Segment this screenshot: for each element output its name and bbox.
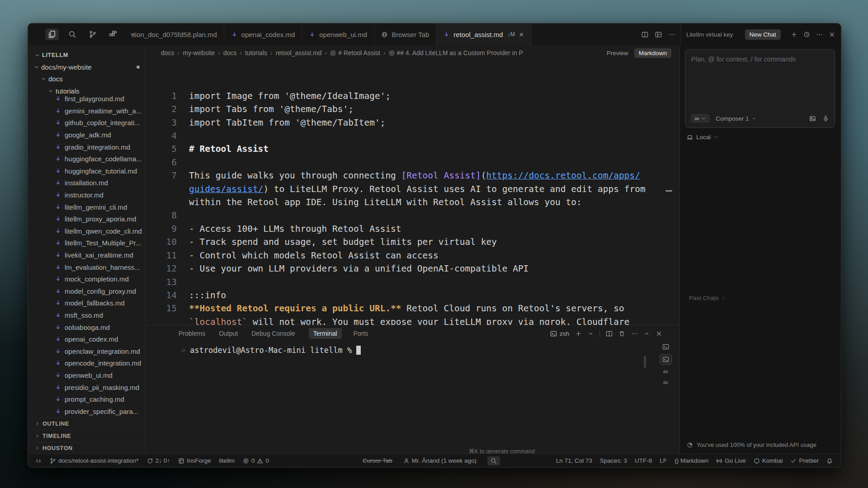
status-prettier[interactable]: Prettier: [790, 457, 819, 464]
tree-file[interactable]: huggingface_codellama...: [28, 153, 145, 165]
status-insforge[interactable]: InsForge: [178, 457, 211, 464]
chat-input-box[interactable]: Plan, @ for context, / for commands ∞ Co…: [685, 49, 835, 128]
activity-extensions[interactable]: [106, 28, 120, 40]
close-icon[interactable]: [656, 330, 662, 337]
editor-tab[interactable]: openweb_ui.md: [302, 23, 374, 45]
sidebar-section-houston[interactable]: HOUSTON: [28, 442, 145, 454]
tree-file[interactable]: model_config_proxy.md: [28, 285, 145, 297]
tree-folder-docs-my-website[interactable]: docs/my-website: [28, 61, 145, 73]
activity-files[interactable]: [45, 28, 59, 40]
terminal-instance-infinity[interactable]: ∞: [661, 378, 670, 386]
explorer-section-header[interactable]: LITELLM: [28, 49, 145, 61]
breadcrumb-item[interactable]: # Retool Assist: [330, 49, 380, 56]
status-go-live[interactable]: Go Live: [716, 457, 746, 464]
breadcrumb-item[interactable]: docs: [161, 49, 175, 56]
tree-file[interactable]: lm_evaluation_harness...: [28, 261, 145, 273]
tree-file[interactable]: openweb_ui.md: [28, 369, 145, 381]
editor-tab[interactable]: Browser Tab: [374, 23, 436, 45]
breadcrumb-item[interactable]: ## 4. Add LiteLLM as a Custom Provider i…: [389, 49, 523, 56]
ellipsis-icon[interactable]: [631, 330, 638, 337]
tree-file[interactable]: opencode_integration.md: [28, 357, 145, 370]
activity-search[interactable]: [66, 28, 79, 40]
status-cursor-position[interactable]: Ln 71, Col 73: [556, 457, 592, 464]
chevron-up-icon[interactable]: [644, 331, 650, 337]
past-chats[interactable]: Past Chats: [689, 295, 726, 301]
agent-mode-pill[interactable]: ∞: [691, 114, 710, 123]
tree-folder-docs[interactable]: docs: [28, 73, 145, 85]
tree-file[interactable]: gemini_realtime_with_a...: [28, 105, 145, 117]
status-remote-indicator[interactable]: [35, 458, 42, 464]
panel-tab-debug-console[interactable]: Debug Console: [251, 330, 295, 337]
status-git-branch[interactable]: docs/retool-assist-integration*: [50, 457, 139, 464]
layout-icon[interactable]: [655, 31, 662, 38]
terminal-instance-infinity[interactable]: ∞: [661, 367, 670, 375]
panel-tab-output[interactable]: Output: [219, 330, 238, 337]
tree-file[interactable]: first_playground.md: [28, 93, 145, 105]
tree-file[interactable]: litellm_Test_Multiple_Pr...: [28, 237, 145, 249]
sidebar-section-outline[interactable]: OUTLINE: [28, 418, 145, 430]
close-icon[interactable]: [519, 32, 524, 38]
split-editor-icon[interactable]: [606, 330, 613, 337]
plus-icon[interactable]: [575, 330, 582, 337]
code-editor[interactable]: 1import Image from '@theme/IdealImage';2…: [146, 61, 679, 326]
tree-file[interactable]: livekit_xai_realtime.md: [28, 249, 145, 261]
chat-tab-title[interactable]: Litellm virtual key: [686, 31, 733, 38]
panel-tab-ports[interactable]: Ports: [354, 330, 368, 337]
tree-file[interactable]: mock_completion.md: [28, 273, 145, 285]
chat-more-icon[interactable]: [816, 31, 823, 38]
new-chat-tab[interactable]: New Chat: [745, 29, 781, 40]
status-kombai[interactable]: Kombai: [754, 457, 783, 464]
panel-tab-problems[interactable]: Problems: [179, 330, 205, 337]
terminal-instance[interactable]: [660, 354, 672, 365]
editor-tab[interactable]: retool_assist.md↓M: [436, 23, 532, 45]
tree-file[interactable]: oobabooga.md: [28, 321, 145, 333]
tree-file[interactable]: provider_specific_para...: [28, 405, 145, 418]
terminal-instance[interactable]: [660, 342, 672, 352]
chevron-down-icon[interactable]: [588, 331, 594, 337]
tree-file[interactable]: openai_codex.md: [28, 333, 145, 345]
tree-file[interactable]: model_fallbacks.md: [28, 297, 145, 310]
composer-selector[interactable]: Composer 1: [716, 115, 756, 122]
ellipsis-icon[interactable]: [669, 31, 675, 38]
run-mode-selector[interactable]: Local: [687, 134, 719, 141]
tree-file[interactable]: litellm_qwen_code_cli.md: [28, 225, 145, 237]
status-indentation[interactable]: Spaces: 3: [600, 457, 627, 464]
status-search-toggle[interactable]: [487, 456, 500, 465]
voice-input-icon[interactable]: [822, 115, 829, 122]
tree-file[interactable]: gradio_integration.md: [28, 141, 145, 153]
panel-tab-terminal[interactable]: Terminal: [309, 328, 342, 339]
attach-image-icon[interactable]: [809, 115, 816, 122]
breadcrumb-item[interactable]: docs: [223, 49, 237, 56]
status-problems[interactable]: 00: [243, 457, 269, 464]
chat-history-icon[interactable]: [803, 31, 810, 38]
editor-tab[interactable]: openai_codex.md: [224, 23, 302, 45]
terminal-scrollbar-thumb[interactable]: [644, 356, 646, 368]
status-cursor-tab[interactable]: Cursor Tab: [363, 457, 392, 464]
tree-file[interactable]: prompt_caching.md: [28, 393, 145, 405]
tree-file[interactable]: instructor.md: [28, 189, 145, 201]
preview-toggle[interactable]: Preview: [607, 50, 628, 56]
editor-tab[interactable]: gration_doc_d075fd58.plan.md: [132, 23, 224, 45]
status-eol[interactable]: LF: [660, 457, 667, 464]
tree-file[interactable]: presidio_pii_masking.md: [28, 381, 145, 394]
activity-source-control[interactable]: [86, 28, 99, 40]
tree-file[interactable]: msft_sso.md: [28, 309, 145, 321]
status-git-sync[interactable]: 2↓ 0↑: [147, 457, 170, 464]
tree-file[interactable]: github_copilot_integrati...: [28, 117, 145, 129]
new-chat-icon[interactable]: [791, 31, 797, 38]
markdown-mode-pill[interactable]: Markdown: [634, 48, 671, 58]
chat-close-icon[interactable]: [829, 31, 835, 38]
tree-file[interactable]: installation.md: [28, 177, 145, 189]
tree-file[interactable]: litellm_proxy_aporia.md: [28, 213, 145, 225]
split-editor-icon[interactable]: [642, 31, 648, 38]
terminal-shell-label[interactable]: zsh: [550, 330, 569, 337]
breadcrumb-item[interactable]: retool_assist.md: [276, 49, 322, 56]
status-language-mode[interactable]: {} Markdown: [675, 457, 708, 464]
breadcrumb-item[interactable]: tutorials: [245, 49, 267, 56]
tree-file[interactable]: openclaw_integration.md: [28, 345, 145, 357]
status-litellm[interactable]: litellm: [219, 457, 235, 464]
sidebar-section-timeline[interactable]: TIMELINE: [28, 430, 145, 442]
breadcrumb-item[interactable]: my-website: [183, 49, 215, 56]
trash-icon[interactable]: [618, 330, 625, 337]
tree-file[interactable]: huggingface_tutorial.md: [28, 165, 145, 177]
